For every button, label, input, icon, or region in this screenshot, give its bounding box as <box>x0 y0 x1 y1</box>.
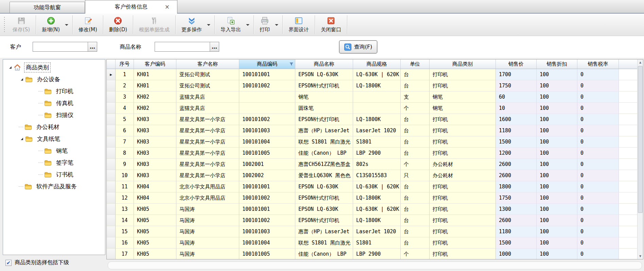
delete-icon <box>114 16 122 25</box>
table-row[interactable]: 10KH03星星文具第一小学店1002002爱普生LQ630K 黑色色C13S0… <box>107 170 637 181</box>
tab-close-icon[interactable]: × <box>165 4 170 10</box>
print-icon <box>260 16 269 25</box>
table-row[interactable]: 16KH05马国涛100101004联想 S1801 黑白激光S1801台打印机… <box>107 237 637 249</box>
tree-node-打印机[interactable]: 打印机 <box>3 85 105 97</box>
tree-expander-icon[interactable] <box>7 65 13 71</box>
dropdown-arrow-icon[interactable] <box>65 24 68 28</box>
toolbar-button-label: 关闭窗口 <box>321 27 341 33</box>
toolbar-button-design[interactable]: 界面设计 <box>283 14 314 36</box>
table-row[interactable]: 11KH04北京小学文具用品店100101001EPSON LQ-630KLQ-… <box>107 181 637 192</box>
scrollbar-thumb[interactable] <box>638 66 643 213</box>
tree-node-传真机[interactable]: 传真机 <box>3 97 105 109</box>
column-header-商品名称[interactable]: 商品名称 <box>295 60 353 69</box>
tab-function-navigator[interactable]: 功能导航窗 <box>10 2 85 13</box>
table-row[interactable]: 5KH03星星文具第一小学店100101002EPSON针式打印机LQ-1800… <box>107 114 637 125</box>
customer-browse-button[interactable]: … <box>88 42 97 51</box>
tree-node-label: 签字笔 <box>55 158 75 167</box>
toolbar-button-delete[interactable]: 删除(D) <box>104 14 132 36</box>
row-indicator <box>107 136 116 148</box>
toolbar-button-label: 导入导出 <box>221 27 241 33</box>
table-row[interactable]: 4KH02蓝猫文具店圆珠笔个钢笔101000 <box>107 103 637 114</box>
toolbar-button-closewin[interactable]: 关闭窗口 <box>316 14 346 36</box>
tree-expander-icon[interactable] <box>19 77 25 83</box>
table-row[interactable]: 17KH05马国涛100101005佳能（Canon） LBPLBP 2900个… <box>107 249 637 259</box>
tree-node-办公耗材[interactable]: 办公耗材 <box>3 121 105 133</box>
current-row-marker-icon: ▶ <box>107 69 116 80</box>
cell-销售价: 2600 <box>496 170 537 181</box>
cell-销售价: 1000 <box>496 249 537 259</box>
tree-node-商品类别[interactable]: 商品类别 <box>3 62 105 73</box>
column-header-商品规格[interactable]: 商品规格 <box>353 60 401 69</box>
filter-icon[interactable] <box>289 62 294 68</box>
horizontal-scrollbar[interactable] <box>108 261 642 269</box>
tree-node-软件产品及服务[interactable]: 软件产品及服务 <box>3 181 105 192</box>
table-row[interactable]: 12KH04北京小学文具用品店100101002EPSON针式打印机LQ-180… <box>107 192 637 204</box>
product-name-label: 商品名称 <box>120 44 141 51</box>
cell-客户名称: 马国涛 <box>176 204 239 215</box>
dropdown-arrow-icon[interactable] <box>207 24 210 28</box>
cell-客户名称: 蓝猫文具店 <box>176 103 239 114</box>
tab-customer-price-info[interactable]: 客户价格信息 × <box>85 0 177 14</box>
cell-商品类别: 打印机 <box>430 249 496 259</box>
toolbar-button-print[interactable]: 打印 <box>255 14 275 36</box>
toolbar-button-impexp[interactable]: 导入导出 <box>215 14 246 36</box>
include-sublevel-checkbox[interactable]: ✔ <box>5 260 12 266</box>
tree-expander-icon[interactable] <box>19 136 25 142</box>
column-header-序号[interactable]: 序号 <box>116 60 134 69</box>
column-header-销售折扣[interactable]: 销售折扣 <box>537 60 577 69</box>
column-header-商品编码[interactable]: 商品编码 <box>239 60 295 69</box>
scroll-up-icon[interactable]: ▲ <box>638 60 643 65</box>
table-row[interactable]: 2KH01亚拓公司测试100101002EPSON针式打印机LQ-1800K台打… <box>107 80 637 91</box>
toolbar-button-edit[interactable]: 修改(M) <box>73 14 102 36</box>
cell-商品名称: 佳能（Canon） LBP <box>295 249 353 259</box>
toolbar-grip-handle[interactable] <box>3 17 6 32</box>
dropdown-arrow-icon[interactable] <box>246 24 249 28</box>
column-header-单位[interactable]: 单位 <box>401 60 430 69</box>
table-row[interactable]: 13KH05马国涛100101001EPSON LQ-630KLQ-630K |… <box>107 204 637 215</box>
toolbar-button-add[interactable]: 新增(N) <box>37 14 65 36</box>
tree-node-文具纸笔[interactable]: 文具纸笔 <box>3 133 105 145</box>
product-name-input[interactable] <box>155 42 210 51</box>
table-row[interactable]: 3KH02蓝猫文具店钢笔支钢笔601000 <box>107 91 637 103</box>
column-header-销售税率[interactable]: 销售税率 <box>577 60 619 69</box>
table-row[interactable]: 15KH05马国涛100101003惠普（HP）LaserJetLaserJet… <box>107 226 637 237</box>
tree-node-办公设备[interactable]: 办公设备 <box>3 73 105 85</box>
cell-销售税率: 0 <box>577 91 619 103</box>
product-browse-button[interactable]: … <box>210 42 219 51</box>
cell-销售税率: 0 <box>577 192 619 204</box>
toolbar-group: 导入导出 <box>215 14 253 36</box>
cell-销售价: 1500 <box>496 136 537 148</box>
tree-node-签字笔[interactable]: 签字笔 <box>3 157 105 169</box>
customer-input[interactable] <box>33 42 88 51</box>
cell-销售税率: 0 <box>577 249 619 259</box>
cell-商品规格: 802s <box>353 159 401 170</box>
row-filler <box>619 204 637 215</box>
table-row[interactable]: 7KH03星星文具第一小学店100101004联想 S1801 黑白激光S180… <box>107 136 637 148</box>
scroll-down-icon[interactable]: ▼ <box>638 253 643 259</box>
toolbar-button-save[interactable]: 保存(S) <box>7 14 35 36</box>
cell-销售价: 1180 <box>496 125 537 136</box>
toolbar-button-generate[interactable]: 根据单据生成 <box>134 14 175 36</box>
cell-商品名称: 圆珠笔 <box>295 103 353 114</box>
tree-node-钢笔[interactable]: 钢笔 <box>3 145 105 157</box>
column-header-商品类别[interactable]: 商品类别 <box>430 60 496 69</box>
vertical-scrollbar[interactable]: ▲ ▼ <box>637 60 643 259</box>
table-row[interactable]: ▶1KH01亚拓公司测试100101001EPSON LQ-630KLQ-630… <box>107 69 637 80</box>
column-header-销售价[interactable]: 销售价 <box>496 60 537 69</box>
tree-connector <box>38 151 43 151</box>
table-row[interactable]: 6KH03星星文具第一小学店100101003惠普（HP）LaserJetLas… <box>107 125 637 136</box>
tree-connector <box>38 174 43 175</box>
dropdown-arrow-icon[interactable] <box>275 24 278 28</box>
tree-node-扫描仪[interactable]: 扫描仪 <box>3 109 105 121</box>
column-header-客户编码[interactable]: 客户编码 <box>134 60 176 69</box>
column-header-客户名称[interactable]: 客户名称 <box>176 60 239 69</box>
tree-node-label: 打印机 <box>55 87 75 96</box>
table-row[interactable]: 9KH03星星文具第一小学店1002001惠普CH561ZZ黑色墨盒802s个办… <box>107 159 637 170</box>
toolbar-button-more[interactable]: 更多操作 <box>176 14 207 36</box>
tree-node-订书机[interactable]: 订书机 <box>3 169 105 181</box>
table-row[interactable]: 14KH05马国涛100101002EPSON针式打印机LQ-1800K台打印机… <box>107 215 637 226</box>
cell-商品规格: LBP 2900 <box>353 249 401 259</box>
table-row[interactable]: 8KH03星星文具第一小学店100101005佳能（Canon） LBPLBP … <box>107 148 637 159</box>
cell-销售价: 1500 <box>496 237 537 249</box>
query-button[interactable]: 查询(F) <box>339 40 377 53</box>
